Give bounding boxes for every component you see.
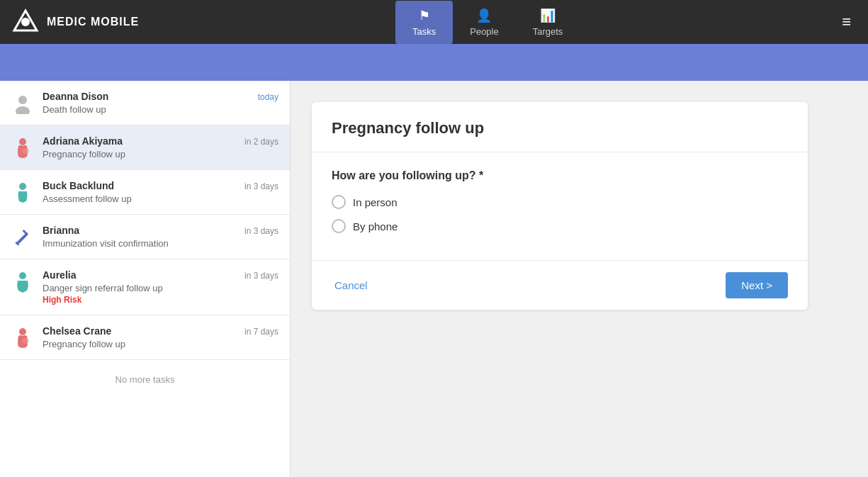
blue-banner xyxy=(0,44,868,81)
targets-icon: 📊 xyxy=(540,8,556,23)
form-card: Pregnancy follow up How are you followin… xyxy=(312,102,808,310)
task-description: Pregnancy follow up xyxy=(43,339,278,349)
svg-point-2 xyxy=(18,96,27,104)
task-description: Assessment follow up xyxy=(43,193,278,204)
nav-people-label: People xyxy=(470,26,498,37)
task-item-chelsea[interactable]: Chelsea Crane in 7 days Pregnancy follow… xyxy=(0,315,290,360)
task-avatar xyxy=(11,92,34,115)
task-content: Aurelia in 3 days Danger sign referral f… xyxy=(43,269,278,305)
task-item-aurelia[interactable]: Aurelia in 3 days Danger sign referral f… xyxy=(0,259,290,315)
tasks-icon: ⚑ xyxy=(419,8,430,23)
people-icon: 👤 xyxy=(476,8,492,23)
task-description: Pregnancy follow up xyxy=(43,149,278,159)
task-description: Immunization visit confirmation xyxy=(43,238,278,249)
next-button[interactable]: Next > xyxy=(726,272,788,298)
nav-tasks-label: Tasks xyxy=(412,26,436,37)
nav-center: ⚑ Tasks 👤 People 📊 Targets xyxy=(395,1,580,44)
task-name: Adriana Akiyama xyxy=(43,135,123,147)
task-time: in 3 days xyxy=(244,271,278,281)
task-content: Buck Backlund in 3 days Assessment follo… xyxy=(43,180,278,204)
radio-option-by_phone[interactable]: By phone xyxy=(332,219,788,233)
task-header: Buck Backlund in 3 days xyxy=(43,180,278,191)
task-item-deanna[interactable]: Deanna Dison today Death follow up xyxy=(0,81,290,125)
task-time: in 2 days xyxy=(244,137,278,147)
logo: MEDIC MOBILE xyxy=(11,8,139,36)
task-item-adriana[interactable]: Adriana Akiyama in 2 days Pregnancy foll… xyxy=(0,125,290,170)
nav-targets-label: Targets xyxy=(533,26,563,37)
cancel-button[interactable]: Cancel xyxy=(332,274,371,297)
svg-point-11 xyxy=(19,272,26,279)
radio-label-in_person: In person xyxy=(353,196,398,208)
task-content: Adriana Akiyama in 2 days Pregnancy foll… xyxy=(43,135,278,159)
nav-tasks[interactable]: ⚑ Tasks xyxy=(395,1,453,44)
hamburger-menu[interactable]: ≡ xyxy=(836,7,857,37)
form-question: How are you following up? * xyxy=(332,169,788,182)
task-avatar xyxy=(11,181,34,204)
svg-point-1 xyxy=(21,18,30,26)
task-time: in 7 days xyxy=(244,327,278,337)
task-content: Deanna Dison today Death follow up xyxy=(43,91,278,115)
form-title: Pregnancy follow up xyxy=(332,119,788,138)
task-time: in 3 days xyxy=(244,226,278,236)
task-avatar xyxy=(11,226,34,249)
task-name: Brianna xyxy=(43,225,79,236)
task-name: Buck Backlund xyxy=(43,180,114,191)
task-time: in 3 days xyxy=(244,181,278,191)
task-header: Brianna in 3 days xyxy=(43,225,278,236)
task-name: Deanna Dison xyxy=(43,91,108,102)
task-avatar xyxy=(11,271,34,293)
svg-point-5 xyxy=(22,148,29,154)
no-more-tasks-label: No more tasks xyxy=(0,360,290,399)
top-nav: MEDIC MOBILE ⚑ Tasks 👤 People 📊 Targets … xyxy=(0,0,868,44)
radio-label-by_phone: By phone xyxy=(353,220,398,232)
task-avatar xyxy=(11,137,34,159)
task-content: Chelsea Crane in 7 days Pregnancy follow… xyxy=(43,325,278,349)
nav-targets[interactable]: 📊 Targets xyxy=(516,1,580,44)
task-header: Adriana Akiyama in 2 days xyxy=(43,135,278,147)
nav-people[interactable]: 👤 People xyxy=(453,1,515,44)
medic-mobile-logo-icon xyxy=(11,8,40,36)
main-layout: Deanna Dison today Death follow up Adria… xyxy=(0,81,868,477)
form-card-header: Pregnancy follow up xyxy=(312,102,808,152)
task-header: Chelsea Crane in 7 days xyxy=(43,325,278,337)
svg-point-6 xyxy=(19,183,26,190)
task-header: Deanna Dison today xyxy=(43,91,278,102)
radio-circle-by_phone xyxy=(332,219,346,233)
task-description: Death follow up xyxy=(43,104,278,115)
svg-point-4 xyxy=(19,138,26,145)
svg-point-3 xyxy=(16,106,30,114)
right-panel: Pregnancy follow up How are you followin… xyxy=(291,81,868,477)
task-name: Aurelia xyxy=(43,269,76,281)
task-list: Deanna Dison today Death follow up Adria… xyxy=(0,81,291,477)
task-item-brianna[interactable]: Brianna in 3 days Immunization visit con… xyxy=(0,215,290,259)
task-name: Chelsea Crane xyxy=(43,325,111,337)
app-title: MEDIC MOBILE xyxy=(47,16,139,28)
radio-option-in_person[interactable]: In person xyxy=(332,195,788,209)
form-card-body: How are you following up? * In person By… xyxy=(312,152,808,260)
task-content: Brianna in 3 days Immunization visit con… xyxy=(43,225,278,249)
radio-circle-in_person xyxy=(332,195,346,209)
form-card-footer: Cancel Next > xyxy=(312,260,808,310)
task-avatar xyxy=(11,327,34,349)
svg-point-13 xyxy=(22,338,29,344)
task-item-buck[interactable]: Buck Backlund in 3 days Assessment follo… xyxy=(0,170,290,215)
task-description: Danger sign referral follow up xyxy=(43,283,278,293)
high-risk-badge: High Risk xyxy=(43,295,278,305)
svg-point-12 xyxy=(19,328,26,335)
task-time: today xyxy=(258,92,278,102)
task-header: Aurelia in 3 days xyxy=(43,269,278,281)
